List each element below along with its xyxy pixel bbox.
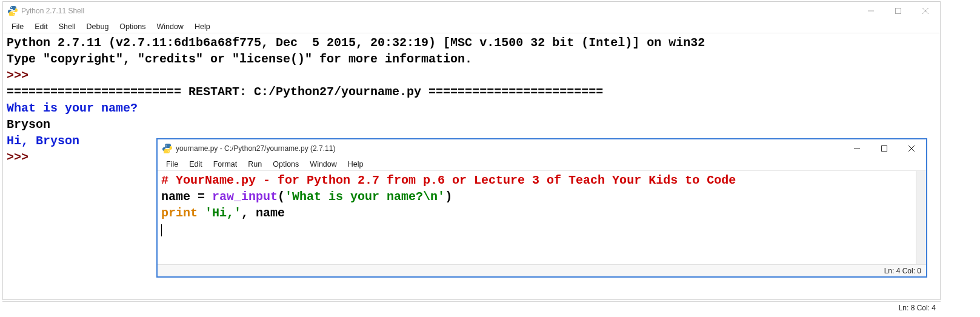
editor-window: yourname.py - C:/Python27/yourname.py (2… [156,138,927,278]
code-paren-close: ) [445,190,452,204]
shell-cursor-position: Ln: 8 Col: 4 [899,304,936,312]
shell-prompt: >>> [7,150,36,164]
svg-point-6 [165,145,167,146]
code-comment: # YourName.py - for Python 2.7 from p.6 … [161,173,736,187]
editor-window-controls [843,140,925,157]
shell-title: Python 2.7.11 Shell [21,7,857,15]
shell-window-controls [857,2,939,19]
menu-options[interactable]: Options [268,159,304,170]
minimize-button[interactable] [843,140,870,157]
menu-debug[interactable]: Debug [82,21,114,32]
shell-banner-line2: Type "copyright", "credits" or "license(… [7,52,472,66]
menu-file[interactable]: File [161,159,183,170]
code-name-var: name [161,190,198,204]
editor-cursor-position: Ln: 4 Col: 0 [884,267,921,275]
python-icon [8,6,18,16]
code-print-keyword: print [161,206,198,220]
menu-window[interactable]: Window [152,21,188,32]
svg-point-7 [168,152,169,153]
svg-rect-9 [881,146,887,152]
menu-help[interactable]: Help [343,159,368,170]
shell-stdout-question: What is your name? [7,101,138,115]
shell-banner-line1: Python 2.7.11 (v2.7.11:6d1b6a68f775, Dec… [7,36,705,50]
menu-help[interactable]: Help [190,21,215,32]
shell-user-input: Bryson [7,118,50,132]
python-icon [162,144,172,153]
editor-title: yourname.py - C:/Python27/yourname.py (2… [176,144,843,153]
code-comma: , [241,206,256,220]
svg-point-1 [13,14,15,15]
code-string-hi: 'Hi,' [205,206,241,220]
shell-statusbar: Ln: 8 Col: 4 [2,301,941,313]
vertical-scrollbar[interactable] [916,171,926,264]
maximize-button[interactable] [884,2,912,19]
menu-window[interactable]: Window [305,159,341,170]
code-space [198,206,205,220]
text-cursor [161,224,162,236]
code-paren-open: ( [278,190,285,204]
shell-stdout-greeting: Hi, Bryson [7,134,79,148]
menu-run[interactable]: Run [243,159,267,170]
menu-options[interactable]: Options [115,21,150,32]
editor-content[interactable]: # YourName.py - for Python 2.7 from p.6 … [158,171,926,264]
menu-format[interactable]: Format [208,159,242,170]
maximize-button[interactable] [870,140,898,157]
editor-statusbar: Ln: 4 Col: 0 [158,264,926,276]
menu-edit[interactable]: Edit [184,159,207,170]
editor-menubar: File Edit Format Run Options Window Help [158,158,926,171]
close-button[interactable] [912,2,939,19]
shell-titlebar[interactable]: Python 2.7.11 Shell [3,2,940,20]
code-raw-input: raw_input [212,190,278,204]
code-equals: = [198,190,212,204]
menu-file[interactable]: File [7,21,28,32]
minimize-button[interactable] [857,2,884,19]
code-name-ref: name [256,206,285,220]
shell-restart-line: ======================== RESTART: C:/Pyt… [7,85,603,99]
menu-shell[interactable]: Shell [54,21,81,32]
close-button[interactable] [898,140,925,157]
editor-titlebar[interactable]: yourname.py - C:/Python27/yourname.py (2… [158,139,926,158]
svg-rect-3 [895,8,901,14]
shell-prompt: >>> [7,68,36,82]
code-string-arg: 'What is your name?\n' [285,190,445,204]
menu-edit[interactable]: Edit [30,21,53,32]
shell-menubar: File Edit Shell Debug Options Window Hel… [3,20,940,33]
svg-point-0 [11,7,12,8]
